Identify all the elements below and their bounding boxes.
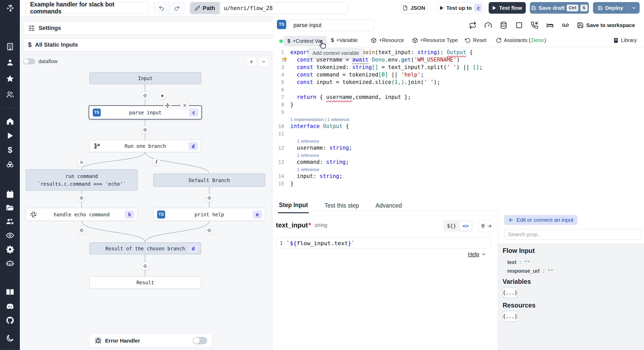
test-up-to-button[interactable]: Test up to c — [437, 2, 485, 14]
codelens[interactable]: 1 reference — [297, 153, 319, 158]
node-print-help-label: print help — [194, 212, 224, 217]
sidebar-item-github[interactable] — [6, 316, 14, 325]
step-name-value: parse input — [293, 22, 321, 29]
sidebar-item-runs[interactable] — [6, 131, 14, 140]
sidebar-item-audit[interactable] — [6, 231, 14, 240]
remove-branch-button[interactable] — [77, 158, 86, 166]
library-button[interactable]: Library — [613, 37, 637, 43]
code-editor[interactable]: 1export async function main(text_input: … — [272, 49, 497, 201]
sidebar-item-variables[interactable]: $ — [6, 146, 14, 154]
plus-icon — [207, 196, 211, 200]
search-prop-input[interactable]: Search prop... — [504, 229, 641, 240]
edit-or-connect-button[interactable]: Edit or connect an input — [504, 215, 578, 225]
add-resource-type-button[interactable]: +Resource Type — [412, 37, 458, 43]
add-step-button[interactable] — [78, 194, 86, 202]
sidebar-item-workers[interactable] — [6, 217, 14, 226]
sidebar-item-resources[interactable] — [6, 161, 14, 169]
node-print-help[interactable]: TS print help e — [153, 208, 265, 221]
redo-button[interactable] — [169, 2, 184, 14]
tab-advanced[interactable]: Advanced — [375, 199, 403, 213]
repeat-icon[interactable] — [469, 21, 477, 29]
sidebar-item-home[interactable] — [6, 117, 14, 126]
sidebar-item-docs[interactable] — [6, 288, 14, 296]
assistants-button[interactable]: Assistants (Deno) — [496, 37, 546, 43]
sidebar-item-workspace[interactable] — [6, 42, 14, 51]
flow-title-input[interactable]: Example handler for slack bot commands — [26, 2, 149, 14]
step-name-input[interactable]: parse input — [289, 19, 374, 31]
sidebar-item-folders[interactable] — [6, 203, 14, 212]
lightbulb-icon — [283, 57, 288, 62]
git-branch-icon — [94, 143, 100, 149]
save-draft-button[interactable]: Save draft Ctrl S — [530, 2, 589, 14]
sidebar-item-favorites[interactable] — [6, 74, 14, 83]
sidebar-item-ai[interactable] — [6, 259, 14, 267]
sidebar-item-user[interactable] — [6, 58, 14, 67]
phone-incoming-icon[interactable] — [531, 21, 538, 29]
json-label: JSON — [410, 5, 425, 11]
tab-step-input[interactable]: Step Input — [278, 198, 309, 213]
windmill-logo[interactable] — [0, 0, 20, 16]
reset-button[interactable]: Reset — [465, 37, 486, 43]
gauge-icon[interactable] — [484, 21, 492, 29]
add-trigger-button[interactable] — [158, 92, 166, 100]
branch-condition-expr: `results.c.command === 'echo'` — [37, 180, 126, 188]
expr-editor[interactable]: 1 `${flow_input.text}` — [276, 237, 491, 249]
sidebar-item-discord[interactable] — [6, 302, 14, 311]
add-step-button[interactable] — [141, 262, 149, 270]
path-input[interactable]: u/henri/flow_28 — [220, 2, 348, 14]
node-branch-result[interactable]: Result of the chosen branch d — [89, 242, 201, 254]
prop-row-text[interactable]: text : "" — [507, 259, 530, 265]
node-branch-run-command[interactable]: run command `results.c.command === 'echo… — [26, 169, 138, 191]
node-handle-echo-command[interactable]: handle echo command h — [26, 208, 138, 221]
sidebar-item-groups[interactable] — [6, 90, 14, 99]
add-variable-button[interactable]: $ +Variable — [331, 37, 358, 43]
code-mode-button[interactable]: <> — [459, 221, 472, 231]
test-flow-button[interactable]: Test flow — [489, 2, 526, 14]
database-icon[interactable] — [500, 21, 507, 29]
connect-input-button[interactable] — [478, 220, 494, 232]
add-step-button[interactable] — [205, 226, 213, 234]
node-result[interactable]: Result — [89, 276, 201, 289]
bed-icon[interactable] — [546, 21, 554, 29]
discord-icon — [6, 302, 14, 311]
resources-object-button[interactable]: {...} — [503, 311, 518, 322]
sidebar-item-schedules[interactable] — [6, 190, 14, 199]
error-handler-row[interactable]: Error Handler — [89, 333, 212, 348]
sidebar-item-settings[interactable] — [6, 245, 14, 254]
sidebar-item-dark-mode[interactable] — [6, 334, 14, 343]
dollar-icon: $ — [331, 37, 334, 43]
add-resource-button[interactable]: +Resource — [371, 37, 404, 43]
add-step-button[interactable] — [205, 194, 213, 202]
add-step-button[interactable] — [141, 92, 149, 100]
json-button[interactable]: JSON — [401, 2, 427, 14]
tab-test-this-step[interactable]: Test this step — [323, 199, 360, 213]
move-node-button[interactable] — [163, 101, 172, 109]
windmill-logo-icon — [5, 3, 15, 13]
help-link[interactable]: Help — [468, 251, 486, 257]
toggle-knob — [193, 337, 200, 344]
codelens[interactable]: 1 reference — [297, 167, 319, 172]
path-edit-button[interactable]: Path — [190, 2, 220, 14]
add-step-button[interactable] — [141, 126, 149, 134]
variables-object-button[interactable]: {...} — [503, 287, 518, 298]
add-step-button[interactable] — [78, 226, 86, 234]
chevron-down-icon — [481, 252, 486, 257]
error-handler-toggle[interactable] — [193, 337, 207, 344]
interpolate-mode-button[interactable]: ${} — [444, 221, 459, 231]
save-to-workspace-button[interactable]: Save to workspace — [577, 22, 635, 29]
prop-row-response-url[interactable]: response_url : "" — [507, 268, 553, 274]
delete-node-button[interactable] — [181, 101, 189, 109]
add-branch-button[interactable] — [152, 158, 160, 166]
undo-button[interactable] — [154, 2, 169, 14]
node-default-branch[interactable]: Default Branch — [153, 174, 265, 187]
deploy-button[interactable]: Deploy — [593, 2, 640, 14]
node-input[interactable]: Input — [89, 72, 201, 84]
codelens[interactable]: 1 implementation | 1 reference — [290, 117, 349, 122]
voicemail-icon[interactable] — [562, 21, 569, 29]
close-icon — [183, 103, 187, 108]
node-run-one-branch[interactable]: Run one branch d — [89, 140, 201, 152]
codelens[interactable]: 1 reference — [297, 139, 319, 144]
deploy-dropdown-button[interactable] — [628, 2, 640, 14]
node-result-label: Result — [137, 280, 154, 285]
square-icon[interactable] — [515, 21, 523, 29]
